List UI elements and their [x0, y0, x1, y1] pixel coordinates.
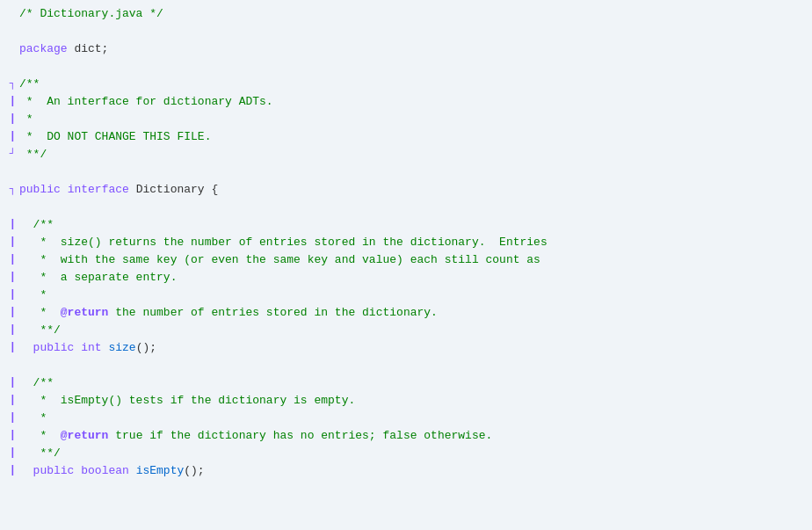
- code-segment: /**: [19, 376, 54, 389]
- code-segment: * An interface for dictionary ADTs.: [19, 95, 273, 108]
- line-gutter: |: [4, 234, 16, 250]
- code-segment: [61, 183, 68, 196]
- code-line: | * isEmpty() tests if the dictionary is…: [0, 392, 812, 410]
- code-line: | * a separate entry.: [0, 269, 812, 287]
- line-content: public boolean isEmpty();: [19, 462, 805, 480]
- code-segment: **/: [19, 148, 47, 161]
- code-segment: true if the dictionary has no entries; f…: [108, 429, 492, 442]
- code-segment: public: [19, 183, 61, 196]
- code-segment: @return: [61, 306, 109, 319]
- code-segment: * size() returns the number of entries s…: [19, 236, 547, 249]
- code-segment: * isEmpty() tests if the dictionary is e…: [19, 394, 355, 407]
- code-segment: ();: [136, 341, 156, 354]
- line-content: * a separate entry.: [19, 269, 805, 287]
- line-gutter: ┐: [4, 181, 16, 197]
- line-content: /**: [19, 374, 805, 392]
- code-line: ┘ **/: [0, 146, 812, 163]
- line-content: public interface Dictionary {: [19, 181, 805, 199]
- line-gutter: |: [4, 339, 16, 355]
- code-segment: size: [108, 341, 135, 354]
- code-line: [0, 357, 812, 374]
- code-line: | public int size();: [0, 339, 812, 357]
- code-segment: /**: [19, 77, 40, 91]
- code-line: | public boolean isEmpty();: [0, 462, 812, 480]
- code-line: [0, 58, 812, 76]
- line-content: [19, 357, 805, 374]
- code-line: | /**: [0, 216, 812, 234]
- code-segment: Dictionary {: [129, 183, 218, 196]
- line-gutter: |: [4, 392, 16, 408]
- line-gutter: ┐: [4, 76, 16, 91]
- line-gutter: |: [4, 287, 16, 302]
- line-content: /* Dictionary.java */: [19, 5, 805, 23]
- line-gutter: |: [4, 251, 16, 267]
- code-line: | *: [0, 287, 812, 304]
- line-content: package dict;: [19, 40, 805, 58]
- line-content: [19, 163, 805, 181]
- code-segment: @return: [61, 429, 109, 442]
- code-line: | /**: [0, 374, 812, 392]
- code-line: ┐/**: [0, 76, 812, 93]
- code-segment: *: [19, 306, 61, 319]
- line-content: * size() returns the number of entries s…: [19, 234, 805, 251]
- line-content: *: [19, 410, 805, 427]
- line-gutter: |: [4, 93, 16, 109]
- code-line: [0, 23, 812, 40]
- line-content: public int size();: [19, 339, 805, 357]
- line-gutter: |: [4, 111, 16, 127]
- line-gutter: |: [4, 374, 16, 390]
- code-segment: *: [19, 113, 33, 126]
- code-line: | *: [0, 111, 812, 128]
- code-line: [0, 199, 812, 216]
- code-line: ┐public interface Dictionary {: [0, 181, 812, 199]
- code-line: | **/: [0, 445, 812, 462]
- code-segment: public: [19, 341, 74, 354]
- code-segment: boolean: [81, 464, 129, 477]
- code-segment: **/: [19, 447, 61, 460]
- code-container: /* Dictionary.java */ package dict; ┐/**…: [0, 0, 812, 485]
- code-segment: /* Dictionary.java */: [19, 7, 163, 20]
- code-segment: package: [19, 42, 68, 55]
- code-segment: /**: [19, 218, 54, 231]
- code-line: | * An interface for dictionary ADTs.: [0, 93, 812, 111]
- code-segment: isEmpty: [136, 464, 185, 477]
- line-content: *: [19, 287, 805, 304]
- line-content: * @return true if the dictionary has no …: [19, 427, 805, 445]
- code-line: | *: [0, 410, 812, 427]
- code-line: | * size() returns the number of entries…: [0, 234, 812, 251]
- line-gutter: |: [4, 410, 16, 425]
- line-gutter: |: [4, 128, 16, 144]
- line-content: * DO NOT CHANGE THIS FILE.: [19, 128, 805, 146]
- code-line: /* Dictionary.java */: [0, 5, 812, 23]
- code-segment: the number of entries stored in the dict…: [108, 306, 437, 319]
- line-gutter: |: [4, 427, 16, 443]
- code-segment: int: [81, 341, 101, 354]
- line-content: **/: [19, 445, 805, 462]
- line-content: * An interface for dictionary ADTs.: [19, 93, 805, 111]
- line-content: * isEmpty() tests if the dictionary is e…: [19, 392, 805, 410]
- line-content: [19, 58, 805, 76]
- line-gutter: |: [4, 216, 16, 232]
- code-segment: * a separate entry.: [19, 271, 177, 284]
- line-content: [19, 199, 805, 216]
- code-line: | **/: [0, 322, 812, 339]
- code-line: [0, 163, 812, 181]
- line-content: * @return the number of entries stored i…: [19, 304, 805, 322]
- line-content: **/: [19, 322, 805, 339]
- line-gutter: |: [4, 269, 16, 285]
- line-content: [19, 23, 805, 40]
- line-content: /**: [19, 76, 805, 93]
- code-line: | * @return true if the dictionary has n…: [0, 427, 812, 445]
- line-content: **/: [19, 146, 805, 163]
- code-segment: * with the same key (or even the same ke…: [19, 253, 540, 266]
- code-line: | * with the same key (or even the same …: [0, 251, 812, 269]
- code-editor: /* Dictionary.java */ package dict; ┐/**…: [0, 0, 812, 530]
- code-segment: [129, 464, 136, 477]
- code-segment: *: [19, 411, 47, 425]
- line-gutter: ┘: [4, 146, 16, 162]
- line-content: /**: [19, 216, 805, 234]
- code-line: package dict;: [0, 40, 812, 58]
- code-segment: *: [19, 429, 61, 442]
- code-segment: * DO NOT CHANGE THIS FILE.: [19, 130, 211, 143]
- code-line: | * DO NOT CHANGE THIS FILE.: [0, 128, 812, 146]
